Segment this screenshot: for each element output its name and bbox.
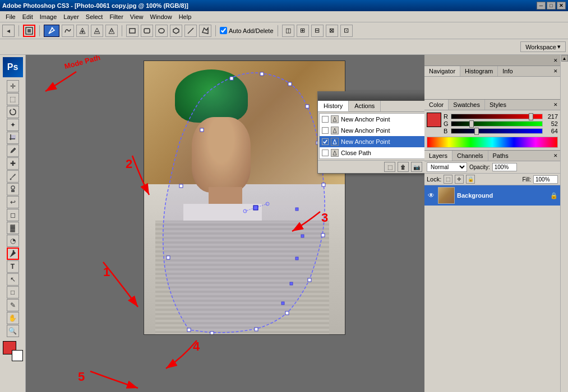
blend-mode-select[interactable]: Normal xyxy=(427,162,467,172)
tab-info[interactable]: Info xyxy=(498,66,517,76)
minimize-btn[interactable]: ─ xyxy=(537,2,546,10)
gradient-tool[interactable]: ▓ xyxy=(7,222,19,234)
background-color[interactable] xyxy=(12,350,23,361)
history-checkbox-2[interactable] xyxy=(322,127,329,134)
custom-shape-btn[interactable] xyxy=(199,25,211,37)
remove-anchor-btn[interactable] xyxy=(91,25,103,37)
maximize-btn[interactable]: □ xyxy=(547,2,556,10)
eraser-tool[interactable]: ◻ xyxy=(7,209,19,221)
brush-tool[interactable] xyxy=(7,170,19,183)
auto-add-delete-checkbox[interactable] xyxy=(220,27,227,34)
history-checkbox-3[interactable] xyxy=(322,138,329,145)
r-slider-thumb[interactable] xyxy=(529,113,533,120)
color-swatch-btn[interactable] xyxy=(427,113,441,127)
zoom-tool[interactable]: 🔍 xyxy=(7,325,19,337)
scrollbar-track[interactable] xyxy=(561,62,568,392)
layers-close-btn[interactable]: ✕ xyxy=(551,152,560,160)
history-new-btn[interactable]: ⬚ xyxy=(384,162,395,172)
align-btn-1[interactable]: ◫ xyxy=(282,25,294,37)
tab-swatches[interactable]: Swatches xyxy=(449,100,485,110)
polygon-btn[interactable] xyxy=(170,25,182,37)
b-slider-thumb[interactable] xyxy=(474,128,479,135)
g-slider-thumb[interactable] xyxy=(469,120,474,128)
lasso-tool[interactable] xyxy=(7,106,19,118)
lock-all-btn[interactable]: 🔒 xyxy=(466,175,475,184)
layer-item-background[interactable]: 👁 Background 🔒 xyxy=(424,185,560,206)
history-item-2[interactable]: New Anchor Point xyxy=(320,125,424,136)
path-select-tool[interactable]: ↖ xyxy=(7,273,19,286)
auto-add-delete-label[interactable]: Auto Add/Delete xyxy=(220,27,274,34)
fill-input[interactable]: 100% xyxy=(533,175,558,184)
menu-layer[interactable]: Layer xyxy=(60,12,82,21)
menu-help[interactable]: Help xyxy=(176,12,195,21)
pen-tool-btn[interactable] xyxy=(44,25,59,37)
menu-select[interactable]: Select xyxy=(82,12,107,21)
rect-shape-btn[interactable] xyxy=(126,25,138,37)
menu-view[interactable]: View xyxy=(127,12,147,21)
history-item-1[interactable]: New Anchor Point xyxy=(320,114,424,125)
move-tool[interactable]: ✛ xyxy=(7,80,19,92)
history-item-3[interactable]: New Anchor Point xyxy=(320,136,424,147)
pen-freeform-btn[interactable] xyxy=(62,25,74,37)
align-btn-5[interactable]: ⊡ xyxy=(340,25,353,37)
lock-pixels-btn[interactable]: ⬚ xyxy=(444,175,452,184)
convert-point-btn[interactable] xyxy=(105,25,118,37)
history-snapshot-btn[interactable]: 📷 xyxy=(411,162,422,172)
nav-close-btn[interactable]: ✕ xyxy=(551,67,560,75)
crop-tool[interactable] xyxy=(7,132,19,144)
window-controls[interactable]: ─ □ ✕ xyxy=(537,2,566,10)
history-item-4[interactable]: Close Path xyxy=(320,147,424,158)
layer-vis-btn[interactable]: 👁 xyxy=(427,191,436,200)
shape-tool[interactable]: □ xyxy=(7,286,19,298)
hand-tool[interactable]: ✋ xyxy=(7,312,19,324)
ellipse-btn[interactable] xyxy=(155,25,168,37)
color-spectrum[interactable] xyxy=(427,137,558,148)
color-close-btn[interactable]: ✕ xyxy=(551,101,560,109)
tab-histogram[interactable]: Histogram xyxy=(460,66,498,76)
tab-styles[interactable]: Styles xyxy=(485,100,511,110)
tab-paths[interactable]: Paths xyxy=(488,151,513,161)
menu-file[interactable]: File xyxy=(2,12,19,21)
tab-navigator[interactable]: Navigator xyxy=(424,66,460,76)
path-mode-path[interactable] xyxy=(23,25,35,37)
magic-wand-tool[interactable]: ✦ xyxy=(7,119,19,131)
eyedropper-tool[interactable] xyxy=(7,144,19,157)
right-panel-close[interactable]: ✕ xyxy=(553,58,558,63)
photo-canvas[interactable] xyxy=(144,60,345,335)
marquee-tool[interactable]: ⬚ xyxy=(7,93,19,105)
menu-filter[interactable]: Filter xyxy=(106,12,126,21)
tab-color[interactable]: Color xyxy=(424,100,449,110)
menu-image[interactable]: Image xyxy=(36,12,61,21)
b-slider-track[interactable] xyxy=(451,128,543,134)
history-delete-btn[interactable]: 🗑 xyxy=(398,162,409,172)
lock-position-btn[interactable]: ✛ xyxy=(455,175,464,184)
menu-window[interactable]: Window xyxy=(147,12,176,21)
dodge-tool[interactable]: ◔ xyxy=(7,235,19,247)
workspace-btn[interactable]: Workspace ▾ xyxy=(520,41,566,52)
canvas-area[interactable]: Mode Path xyxy=(26,55,424,392)
rounded-rect-btn[interactable] xyxy=(141,25,153,37)
history-checkbox-4[interactable] xyxy=(322,150,329,156)
tab-channels[interactable]: Channels xyxy=(452,151,488,161)
scrollbar-up-btn[interactable]: ▲ xyxy=(561,55,568,62)
opacity-input[interactable]: 100% xyxy=(492,163,517,171)
tab-actions[interactable]: Actions xyxy=(349,101,381,111)
healing-tool[interactable]: ✚ xyxy=(7,157,19,170)
tab-history[interactable]: History xyxy=(318,101,349,111)
line-btn[interactable] xyxy=(184,25,197,37)
notes-tool[interactable]: ✎ xyxy=(7,299,19,311)
pen-tool[interactable] xyxy=(7,248,19,260)
tool-options-icon[interactable]: ◂ xyxy=(2,25,15,37)
tab-layers[interactable]: Layers xyxy=(424,151,452,161)
add-anchor-btn[interactable] xyxy=(76,25,89,37)
stamp-tool[interactable] xyxy=(7,183,19,195)
g-slider-track[interactable] xyxy=(451,121,543,127)
history-brush-tool[interactable]: ↩ xyxy=(7,196,19,208)
align-btn-4[interactable]: ⊠ xyxy=(326,25,338,37)
align-btn-2[interactable]: ⊞ xyxy=(297,25,309,37)
menu-edit[interactable]: Edit xyxy=(19,12,36,21)
history-checkbox-1[interactable] xyxy=(322,116,329,123)
type-tool[interactable]: T xyxy=(7,260,19,273)
align-btn-3[interactable]: ⊟ xyxy=(311,25,324,37)
r-slider-track[interactable] xyxy=(451,114,543,119)
